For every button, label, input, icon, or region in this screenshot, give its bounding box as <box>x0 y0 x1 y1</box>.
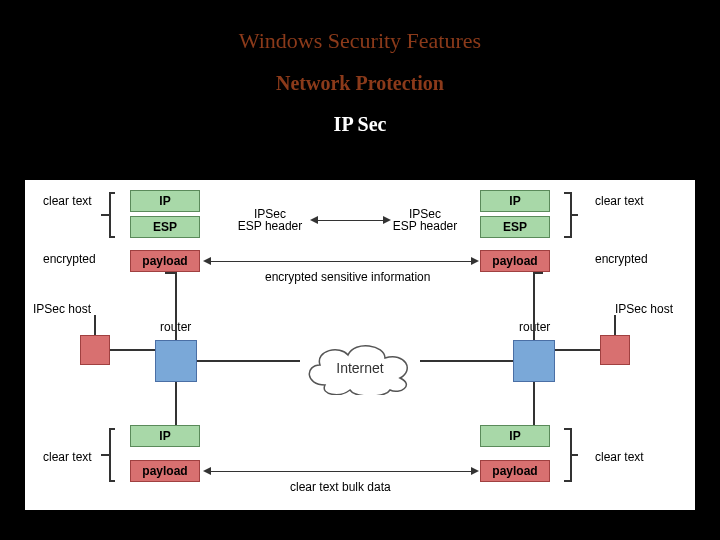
box-payload-top-left: payload <box>130 250 200 272</box>
label-clear-bot-right: clear text <box>595 450 644 464</box>
box-payload-bot-right: payload <box>480 460 550 482</box>
box-ip-bot-right: IP <box>480 425 550 447</box>
label-ipsechost-right: IPSec host <box>615 302 673 316</box>
label-ipsechost-left: IPSec host <box>33 302 91 316</box>
label-clear-left: clear text <box>43 194 92 208</box>
label-clear-right: clear text <box>595 194 644 208</box>
section-title: IP Sec <box>0 95 720 136</box>
label-ipsec-esp-left: IPSec ESP header <box>230 208 310 232</box>
box-payload-top-right: payload <box>480 250 550 272</box>
internet-cloud: Internet <box>300 340 420 395</box>
slide-title: Windows Security Features <box>0 0 720 54</box>
box-ip-top-left: IP <box>130 190 200 212</box>
box-esp-top-left: ESP <box>130 216 200 238</box>
box-ip-bot-left: IP <box>130 425 200 447</box>
label-ipsec-esp-right: IPSec ESP header <box>385 208 465 232</box>
box-payload-bot-left: payload <box>130 460 200 482</box>
label-encrypted-right: encrypted <box>595 252 648 266</box>
label-bulk-data: clear text bulk data <box>290 480 391 494</box>
ipsec-host-right <box>600 335 630 365</box>
router-right <box>513 340 555 382</box>
ipsec-host-left <box>80 335 110 365</box>
slide-subtitle: Network Protection <box>0 54 720 95</box>
label-clear-bot-left: clear text <box>43 450 92 464</box>
label-encrypted-left: encrypted <box>43 252 96 266</box>
ipsec-diagram: IP ESP payload IP ESP payload clear text… <box>25 180 695 510</box>
box-ip-top-right: IP <box>480 190 550 212</box>
label-encrypted-info: encrypted sensitive information <box>265 270 430 284</box>
router-left <box>155 340 197 382</box>
box-esp-top-right: ESP <box>480 216 550 238</box>
